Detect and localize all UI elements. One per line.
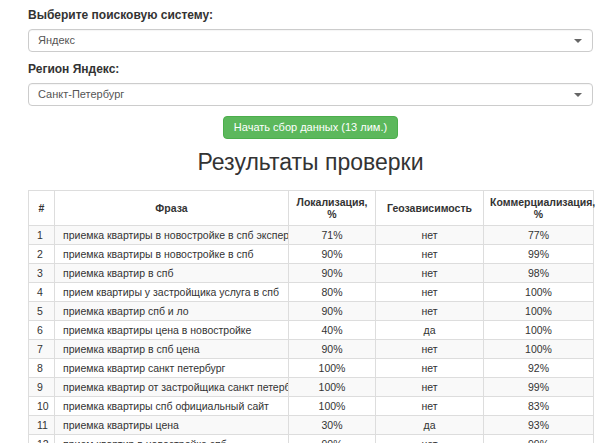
localization-cell: 90% xyxy=(289,302,376,321)
geo-dependency-cell: да xyxy=(376,321,484,340)
localization-cell: 40% xyxy=(289,321,376,340)
header-phrase: Фраза xyxy=(55,191,289,226)
chevron-down-icon xyxy=(574,39,582,43)
region-selected-value: Санкт-Петербург xyxy=(38,88,124,100)
row-number-cell: 2 xyxy=(29,245,55,264)
geo-dependency-cell: да xyxy=(376,416,484,435)
commercialization-cell: 99% xyxy=(484,245,594,264)
geo-dependency-cell: нет xyxy=(376,302,484,321)
localization-cell: 90% xyxy=(289,340,376,359)
geo-dependency-cell: нет xyxy=(376,397,484,416)
row-number-cell: 3 xyxy=(29,264,55,283)
localization-cell: 100% xyxy=(289,378,376,397)
row-number-cell: 1 xyxy=(29,226,55,245)
row-number-cell: 4 xyxy=(29,283,55,302)
phrase-cell: приемка квартиры в новостройке в спб xyxy=(55,245,289,264)
search-engine-label: Выберите поисковую систему: xyxy=(28,8,593,22)
search-engine-select[interactable]: Яндекс xyxy=(28,29,593,52)
commercialization-cell: 99% xyxy=(484,435,594,443)
row-number-cell: 9 xyxy=(29,378,55,397)
geo-dependency-cell: нет xyxy=(376,226,484,245)
localization-cell: 30% xyxy=(289,416,376,435)
results-table-header: # Фраза Локализация, % Геозависимость Ко… xyxy=(29,191,594,226)
table-row: 7приемка квартир в спб цена90%нет100% xyxy=(29,340,594,359)
page-container: Выберите поисковую систему: Яндекс Регио… xyxy=(0,0,600,443)
row-number-cell: 10 xyxy=(29,397,55,416)
localization-cell: 90% xyxy=(289,264,376,283)
phrase-cell: приемка квартиры цена xyxy=(55,416,289,435)
header-geo-dependency: Геозависимость xyxy=(376,191,484,226)
localization-cell: 80% xyxy=(289,283,376,302)
row-number-cell: 8 xyxy=(29,359,55,378)
localization-cell: 100% xyxy=(289,359,376,378)
row-number-cell: 7 xyxy=(29,340,55,359)
header-commercialization: Коммерциализация, % xyxy=(484,191,594,226)
row-number-cell: 11 xyxy=(29,416,55,435)
table-row: 11приемка квартиры цена30%да93% xyxy=(29,416,594,435)
localization-cell: 90% xyxy=(289,435,376,443)
commercialization-cell: 92% xyxy=(484,359,594,378)
results-table-body: 1приемка квартиры в новостройке в спб эк… xyxy=(29,226,594,443)
header-row: # Фраза Локализация, % Геозависимость Ко… xyxy=(29,191,594,226)
geo-dependency-cell: нет xyxy=(376,359,484,378)
commercialization-cell: 100% xyxy=(484,321,594,340)
search-engine-selected-value: Яндекс xyxy=(38,34,75,46)
phrase-cell: прием квартиры у застройщика услуга в сп… xyxy=(55,283,289,302)
header-localization: Локализация, % xyxy=(289,191,376,226)
commercialization-cell: 99% xyxy=(484,378,594,397)
table-row: 8приемка квартир санкт петербург100%нет9… xyxy=(29,359,594,378)
commercialization-cell: 83% xyxy=(484,397,594,416)
geo-dependency-cell: нет xyxy=(376,340,484,359)
geo-dependency-cell: нет xyxy=(376,378,484,397)
table-row: 10приемка квартиры спб официальный сайт1… xyxy=(29,397,594,416)
row-number-cell: 5 xyxy=(29,302,55,321)
localization-cell: 90% xyxy=(289,245,376,264)
phrase-cell: приемка квартир спб и ло xyxy=(55,302,289,321)
phrase-cell: приемка квартиры спб официальный сайт xyxy=(55,397,289,416)
row-number-cell: 6 xyxy=(29,321,55,340)
phrase-cell: приемка квартиры в новостройке в спб экс… xyxy=(55,226,289,245)
table-row: 2приемка квартиры в новостройке в спб90%… xyxy=(29,245,594,264)
table-row: 9приемка квартир от застройщика санкт пе… xyxy=(29,378,594,397)
commercialization-cell: 100% xyxy=(484,283,594,302)
table-row: 3приемка квартир в спб90%нет98% xyxy=(29,264,594,283)
geo-dependency-cell: нет xyxy=(376,283,484,302)
start-collection-button[interactable]: Начать сбор данных (13 лим.) xyxy=(223,116,398,139)
localization-cell: 71% xyxy=(289,226,376,245)
table-row: 12прием квартир в новостройке спб90%нет9… xyxy=(29,435,594,443)
table-row: 1приемка квартиры в новостройке в спб эк… xyxy=(29,226,594,245)
commercialization-cell: 77% xyxy=(484,226,594,245)
phrase-cell: приемка квартир санкт петербург xyxy=(55,359,289,378)
geo-dependency-cell: нет xyxy=(376,264,484,283)
region-select[interactable]: Санкт-Петербург xyxy=(28,83,593,106)
commercialization-cell: 98% xyxy=(484,264,594,283)
region-label: Регион Яндекс: xyxy=(28,62,593,76)
commercialization-cell: 93% xyxy=(484,416,594,435)
results-title: Результаты проверки xyxy=(28,148,593,176)
geo-dependency-cell: нет xyxy=(376,245,484,264)
row-number-cell: 12 xyxy=(29,435,55,443)
chevron-down-icon xyxy=(574,93,582,97)
commercialization-cell: 100% xyxy=(484,302,594,321)
phrase-cell: приемка квартир в спб xyxy=(55,264,289,283)
phrase-cell: прием квартир в новостройке спб xyxy=(55,435,289,443)
localization-cell: 100% xyxy=(289,397,376,416)
table-row: 6приемка квартиры цена в новостройке40%д… xyxy=(29,321,594,340)
results-table: # Фраза Локализация, % Геозависимость Ко… xyxy=(28,190,594,443)
phrase-cell: приемка квартиры цена в новостройке xyxy=(55,321,289,340)
geo-dependency-cell: нет xyxy=(376,435,484,443)
header-number: # xyxy=(29,191,55,226)
phrase-cell: приемка квартир от застройщика санкт пет… xyxy=(55,378,289,397)
table-row: 4прием квартиры у застройщика услуга в с… xyxy=(29,283,594,302)
table-row: 5приемка квартир спб и ло90%нет100% xyxy=(29,302,594,321)
commercialization-cell: 100% xyxy=(484,340,594,359)
button-row: Начать сбор данных (13 лим.) xyxy=(28,116,593,139)
phrase-cell: приемка квартир в спб цена xyxy=(55,340,289,359)
